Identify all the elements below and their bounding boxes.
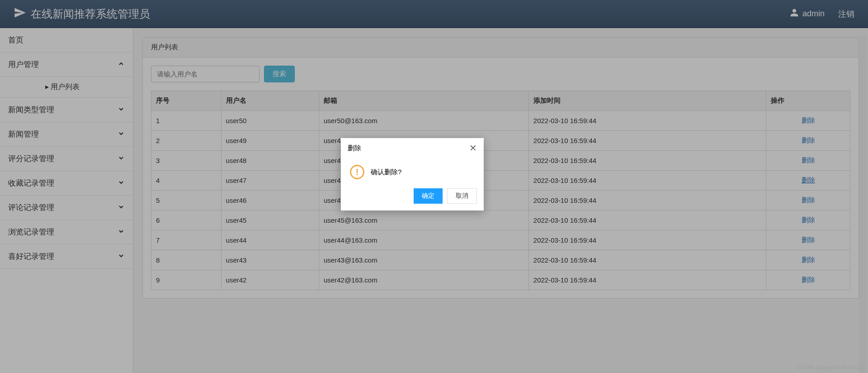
modal-overlay[interactable] [0, 0, 868, 28]
